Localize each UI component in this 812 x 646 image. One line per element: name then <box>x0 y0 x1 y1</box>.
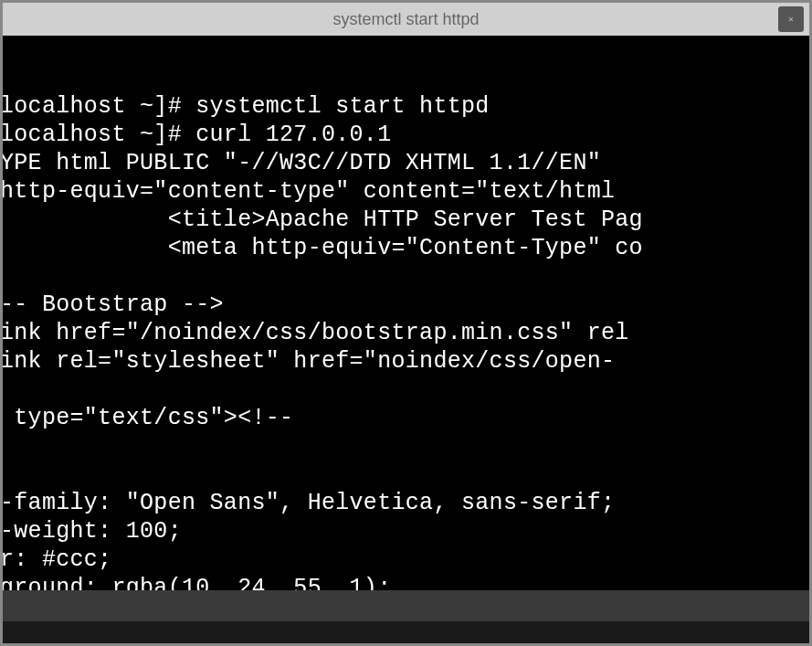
close-icon: ✕ <box>788 14 794 25</box>
terminal-line: ink rel="stylesheet" href="noindex/css/o… <box>3 348 615 375</box>
window-control-button[interactable]: ✕ <box>778 6 804 32</box>
terminal-line: <title>Apache HTTP Server Test Pag <box>3 207 643 233</box>
window-title: systemctl start httpd <box>332 10 479 29</box>
terminal-viewport[interactable]: localhost ~]# systemctl start httpd loca… <box>3 36 809 593</box>
terminal-line: type="text/css"><!-- <box>3 405 293 431</box>
bottom-bar-inner <box>3 621 809 643</box>
terminal-line: ink href="/noindex/css/bootstrap.min.css… <box>3 320 629 346</box>
terminal-line: -family: "Open Sans", Helvetica, sans-se… <box>3 490 615 516</box>
terminal-line: -weight: 100; <box>3 518 182 545</box>
terminal-line: http-equiv="content-type" content="text/… <box>3 178 615 205</box>
terminal-line: r: #ccc; <box>3 546 111 573</box>
bottom-bar <box>3 590 809 643</box>
terminal-line: -- Bootstrap --> <box>3 291 224 318</box>
terminal-line: YPE html PUBLIC "-//W3C//DTD XHTML 1.1//… <box>3 150 601 176</box>
window-titlebar[interactable]: systemctl start httpd ✕ <box>3 3 809 36</box>
terminal-line: localhost ~]# curl 127.0.0.1 <box>3 122 391 148</box>
terminal-window: systemctl start httpd ✕ localhost ~]# sy… <box>0 0 812 646</box>
terminal-output: localhost ~]# systemctl start httpd loca… <box>3 92 807 593</box>
terminal-line: localhost ~]# systemctl start httpd <box>3 93 490 120</box>
terminal-line: <meta http-equiv="Content-Type" co <box>3 235 643 261</box>
